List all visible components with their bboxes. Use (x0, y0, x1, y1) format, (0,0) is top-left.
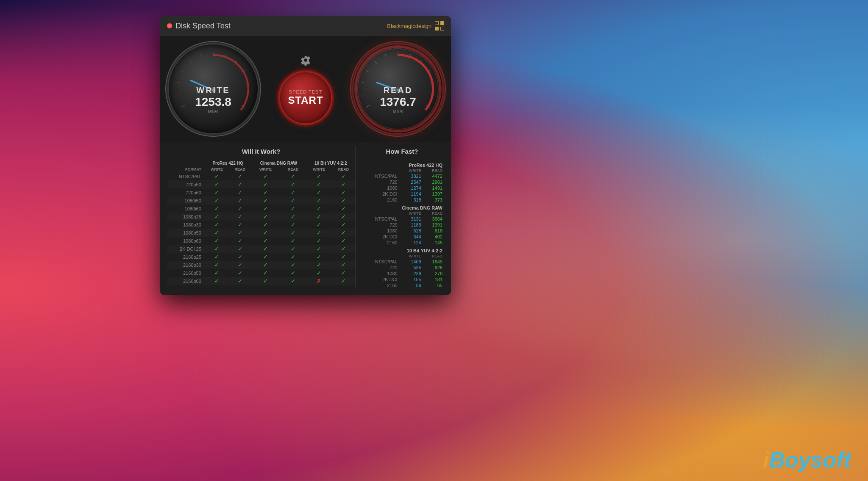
check-icon: ✓ (263, 181, 268, 188)
hf-data-row: 2160318373 (360, 197, 444, 203)
check-icon: ✓ (317, 246, 321, 252)
check-icon: ✓ (214, 205, 219, 212)
check-icon: ✓ (263, 173, 268, 180)
write-label: WRITE (196, 86, 230, 95)
check-cell: ✓ (251, 277, 280, 285)
check-cell: ✓ (280, 180, 306, 188)
format-cell: 2160p60 (167, 277, 205, 285)
check-icon: ✓ (341, 246, 346, 252)
will-it-work-title: Will It Work? (167, 146, 355, 157)
check-icon: ✓ (317, 238, 321, 244)
check-icon: ✓ (317, 254, 321, 260)
check-icon: ✓ (317, 181, 321, 188)
check-cell: ✓ (332, 196, 355, 205)
hf-write-value: 124 (399, 240, 423, 246)
prores-header: ProRes 422 HQ (205, 160, 251, 166)
check-icon: ✓ (341, 205, 346, 212)
table-row: 2K DCI 25✓✓✓✓✓✓ (167, 245, 355, 253)
hf-col-header: WRITE (399, 254, 423, 259)
how-fast-table: ProRes 422 HQWRITEREADNTSC/PAL3821447272… (360, 160, 444, 288)
check-cell: ✓ (332, 245, 355, 253)
table-row: 1080p60✓✓✓✓✓✓ (167, 237, 355, 245)
check-icon: ✓ (263, 205, 268, 212)
format-cell: 1080p25 (167, 213, 205, 221)
check-cell: ✓ (229, 180, 251, 188)
check-icon: ✓ (238, 270, 242, 276)
check-cell: ✓ (280, 172, 306, 180)
table-row: 1080i50✓✓✓✓✓✓ (167, 196, 355, 205)
hf-section-header-row: Cinema DNG RAW (360, 203, 444, 211)
cdng-read-header: READ (280, 166, 306, 172)
check-icon: ✓ (238, 278, 242, 284)
yuv-read-header: READ (332, 166, 355, 172)
check-cell: ✓ (229, 261, 251, 269)
check-cell: ✓ (306, 205, 332, 213)
check-icon: ✓ (263, 189, 268, 196)
hf-row-label: 2160 (360, 282, 399, 288)
watermark-i: i (763, 448, 769, 472)
check-cell: ✓ (306, 261, 332, 269)
prores-read-header: READ (229, 166, 251, 172)
brand-name: Blackmagicdesign (387, 23, 431, 29)
check-cell: ✓ (306, 172, 332, 180)
check-icon: ✓ (214, 213, 219, 220)
hf-col-headers-row: WRITEREAD (360, 168, 444, 173)
hf-read-value: 3664 (423, 216, 444, 222)
cdng-write-header: WRITE (251, 166, 280, 172)
check-icon: ✓ (317, 205, 321, 212)
check-cell: ✓ (280, 229, 306, 237)
check-cell: ✓ (332, 269, 355, 277)
table-row: 2160p30✓✓✓✓✓✓ (167, 261, 355, 269)
gear-icon[interactable] (300, 55, 311, 67)
how-fast-title: How Fast? (360, 146, 444, 157)
check-cell: ✓ (229, 245, 251, 253)
will-it-work-panel: Will It Work? ProRes 422 HQ Cinema DNG R… (167, 146, 355, 288)
hf-data-row: 21605665 (360, 282, 444, 288)
check-icon: ✓ (214, 246, 219, 252)
check-cell: ✓ (205, 221, 229, 229)
hf-row-label: 1080 (360, 228, 399, 234)
check-cell: ✓ (332, 213, 355, 221)
check-icon: ✓ (341, 270, 346, 276)
hf-write-value: 155 (399, 276, 423, 282)
hf-read-value: 1491 (423, 185, 444, 191)
check-cell: ✓ (205, 253, 229, 261)
check-icon: ✓ (238, 262, 242, 268)
hf-read-value: 65 (423, 282, 444, 288)
check-icon: ✓ (317, 262, 321, 268)
prores-write-header: WRITE (205, 166, 229, 172)
check-icon: ✓ (263, 254, 268, 260)
check-cell: ✓ (332, 253, 355, 261)
check-icon: ✓ (214, 270, 219, 276)
format-cell: NTSC/PAL (167, 172, 205, 180)
format-cell: 2160p25 (167, 253, 205, 261)
check-cell: ✓ (205, 196, 229, 205)
check-cell: ✗ (306, 277, 332, 285)
check-cell: ✓ (229, 237, 251, 245)
table-row: 720p50✓✓✓✓✓✓ (167, 180, 355, 188)
svg-line-1 (177, 95, 180, 95)
close-button[interactable] (167, 23, 172, 28)
read-unit: MB/s (392, 109, 403, 114)
check-cell: ✓ (332, 277, 355, 285)
check-icon: ✓ (341, 189, 346, 196)
check-cell: ✓ (205, 172, 229, 180)
check-cell: ✓ (205, 261, 229, 269)
hf-row-label: NTSC/PAL (360, 216, 399, 222)
check-icon: ✓ (341, 278, 346, 284)
check-cell: ✓ (229, 221, 251, 229)
table-row: 2160p50✓✓✓✓✓✓ (167, 269, 355, 277)
write-value: 1253.8 (195, 95, 231, 109)
data-section: Will It Work? ProRes 422 HQ Cinema DNG R… (160, 142, 451, 295)
check-cell: ✓ (306, 188, 332, 196)
hf-row-label: 2160 (360, 240, 399, 246)
check-cell: ✓ (229, 188, 251, 196)
check-icon: ✓ (341, 254, 346, 260)
hf-row-label: 720 (360, 265, 399, 271)
start-button[interactable]: SPEED TEST START (280, 72, 331, 123)
hf-write-value: 1194 (399, 191, 423, 197)
check-cell: ✓ (280, 269, 306, 277)
hf-write-value: 1409 (399, 259, 423, 265)
check-icon: ✓ (291, 270, 295, 276)
hf-read-value: 4472 (423, 173, 444, 179)
